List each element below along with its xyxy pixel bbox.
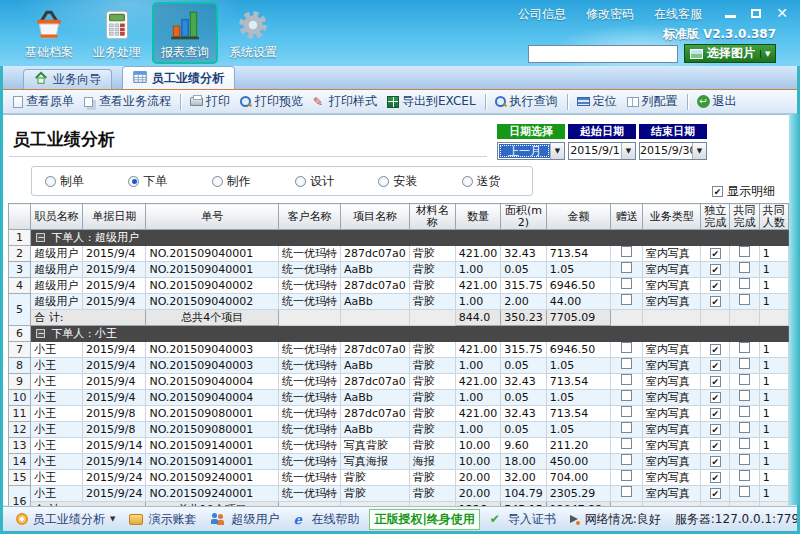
toolbar-button-9[interactable]: 列配置	[622, 91, 683, 112]
toolbar-button-10[interactable]: ↩退出	[692, 91, 742, 112]
column-header[interactable]: 赠送	[611, 204, 643, 230]
checkbox-icon[interactable]	[621, 246, 632, 257]
checkbox-icon[interactable]	[739, 278, 750, 289]
checkbox-icon[interactable]	[621, 470, 632, 481]
checkbox-icon[interactable]: ✔	[710, 472, 721, 483]
checkbox-icon[interactable]: ✔	[710, 248, 721, 259]
checkbox-icon[interactable]	[739, 358, 750, 369]
checkbox-icon[interactable]	[739, 342, 750, 353]
table-row[interactable]: 14小王2015/9/14NO.201509140001统一优玛特写真海报海报1…	[9, 454, 789, 470]
title-bar-link[interactable]: 在线客服	[654, 6, 702, 23]
toolbar-button-5[interactable]: ✎打印样式	[308, 91, 382, 112]
column-header[interactable]: 数量	[455, 204, 501, 230]
checkbox-icon[interactable]	[739, 294, 750, 305]
tab-1[interactable]: 业务向导	[23, 69, 112, 89]
status-item-6[interactable]: ✔导入证书	[483, 511, 563, 528]
table-row[interactable]: 2超级用户2015/9/4NO.201509040001统一优玛特287dc07…	[9, 246, 789, 262]
row-number[interactable]: 13	[9, 438, 31, 454]
column-header[interactable]: 单据日期	[83, 204, 146, 230]
table-row[interactable]: 13小王2015/9/14NO.201509140001统一优玛特写真背胶背胶1…	[9, 438, 789, 454]
select-image-button[interactable]: 选择图片 ▼	[684, 44, 776, 63]
checkbox-icon[interactable]	[739, 246, 750, 257]
checkbox-icon[interactable]	[621, 262, 632, 273]
group-row[interactable]: 6−下单人 : 小王	[9, 326, 789, 342]
title-bar-link[interactable]: 公司信息	[518, 6, 566, 23]
checkbox-icon[interactable]	[621, 278, 632, 289]
group-row[interactable]: 1−下单人 : 超级用户	[9, 230, 789, 246]
checkbox-icon[interactable]: ✔	[710, 456, 721, 467]
table-row[interactable]: 11小王2015/9/8NO.201509080001统一优玛特287dc07a…	[9, 406, 789, 422]
checkbox-icon[interactable]	[739, 374, 750, 385]
row-number[interactable]: 2	[9, 246, 31, 262]
table-row[interactable]: 4超级用户2015/9/4NO.201509040002统一优玛特287dc07…	[9, 278, 789, 294]
row-number[interactable]: 7	[9, 342, 31, 358]
column-header[interactable]: 共同人数	[759, 204, 788, 230]
checkbox-icon[interactable]	[739, 390, 750, 401]
toolbar-button-4[interactable]: 打印预览	[235, 91, 308, 112]
radio-icon[interactable]	[462, 176, 473, 187]
column-header[interactable]: 业务类型	[643, 204, 701, 230]
table-row[interactable]: 5超级用户2015/9/4NO.201509040002统一优玛特AaBb背胶1…	[9, 294, 789, 310]
checkbox-icon[interactable]	[739, 470, 750, 481]
checkbox-icon[interactable]: ✔	[710, 360, 721, 371]
row-number[interactable]: 8	[9, 358, 31, 374]
maximize-icon[interactable]	[751, 9, 761, 18]
select-image-dropdown-arrow[interactable]: ▼	[760, 50, 770, 58]
minimize-icon[interactable]	[725, 15, 736, 18]
row-number[interactable]: 10	[9, 390, 31, 406]
nav-button-4[interactable]: 系统设置	[220, 2, 286, 64]
checkbox-icon[interactable]: ✔	[712, 186, 723, 197]
row-number[interactable]: 12	[9, 422, 31, 438]
status-item-3[interactable]: 超级用户	[203, 511, 286, 528]
checkbox-icon[interactable]	[739, 454, 750, 465]
column-header[interactable]: 独立完成	[701, 204, 730, 230]
radio-设计[interactable]: 设计	[295, 173, 365, 190]
tab-2[interactable]: 员工业绩分析	[122, 66, 235, 89]
column-header[interactable]: 金额	[546, 204, 611, 230]
radio-安装[interactable]: 安装	[378, 173, 448, 190]
collapse-icon[interactable]: −	[36, 233, 45, 242]
checkbox-icon[interactable]: ✔	[710, 264, 721, 275]
checkbox-icon[interactable]	[621, 486, 632, 497]
date-range-select[interactable]: 上一月 ▼	[497, 142, 565, 160]
column-header[interactable]: 共同完成	[730, 204, 759, 230]
row-number[interactable]: 3	[9, 262, 31, 278]
table-row[interactable]: 9小王2015/9/4NO.201509040004统一优玛特287dc07a0…	[9, 374, 789, 390]
checkbox-icon[interactable]: ✔	[710, 392, 721, 403]
checkbox-icon[interactable]	[739, 422, 750, 433]
radio-送货[interactable]: 送货	[462, 173, 532, 190]
status-item-1[interactable]: 员工业绩分析▼	[9, 511, 122, 528]
checkbox-icon[interactable]: ✔	[710, 280, 721, 291]
radio-icon[interactable]	[212, 176, 223, 187]
column-header[interactable]: 项目名称	[341, 204, 410, 230]
table-row[interactable]: 3超级用户2015/9/4NO.201509040001统一优玛特AaBb背胶1…	[9, 262, 789, 278]
table-row[interactable]: 10小王2015/9/4NO.201509040004统一优玛特AaBb背胶1.…	[9, 390, 789, 406]
title-bar-link[interactable]: 修改密码	[586, 6, 634, 23]
checkbox-icon[interactable]: ✔	[710, 488, 721, 499]
checkbox-icon[interactable]	[621, 342, 632, 353]
row-number[interactable]: 9	[9, 374, 31, 390]
column-header[interactable]: 职员名称	[31, 204, 83, 230]
collapse-icon[interactable]: −	[36, 329, 45, 338]
checkbox-icon[interactable]: ✔	[710, 408, 721, 419]
radio-icon[interactable]	[45, 176, 56, 187]
checkbox-icon[interactable]	[621, 406, 632, 417]
column-header[interactable]: 单号	[146, 204, 279, 230]
radio-icon[interactable]	[295, 176, 306, 187]
column-header[interactable]: 客户名称	[279, 204, 341, 230]
radio-下单[interactable]: 下单	[128, 173, 198, 190]
column-header[interactable]: 面积(m2)	[501, 204, 547, 230]
checkbox-icon[interactable]	[739, 406, 750, 417]
toolbar-button-7[interactable]: 执行查询	[490, 91, 563, 112]
close-icon[interactable]: ✕	[776, 6, 788, 20]
nav-button-3[interactable]: 报表查询	[152, 2, 218, 64]
radio-icon[interactable]	[128, 176, 139, 187]
toolbar-button-8[interactable]: 定位	[572, 91, 622, 112]
checkbox-icon[interactable]: ✔	[710, 344, 721, 355]
table-row[interactable]: 7小王2015/9/4NO.201509040003统一优玛特287dc07a0…	[9, 342, 789, 358]
row-number[interactable]: 6	[9, 326, 31, 342]
start-date-select[interactable]: 2015/9/1 ▼	[568, 142, 636, 160]
row-number[interactable]: 14	[9, 454, 31, 470]
column-header[interactable]	[9, 204, 31, 230]
chevron-down-icon[interactable]: ▼	[692, 143, 706, 159]
